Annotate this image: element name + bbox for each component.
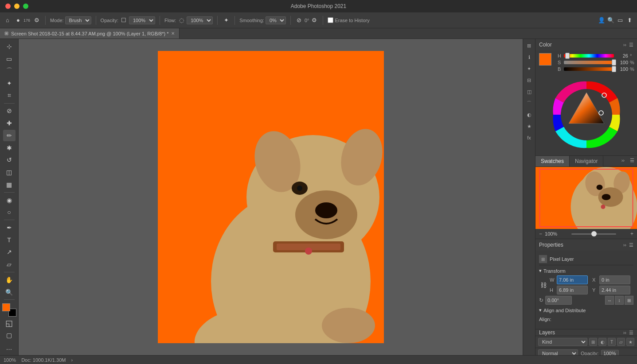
eraser-tool[interactable]: ◫ [3,167,16,178]
layers-expand-icon[interactable]: ›› [623,330,626,335]
nav-zoom-thumb[interactable] [591,231,597,236]
lasso-tool[interactable]: ⌒ [3,65,16,77]
zoom-out-icon[interactable]: − [539,231,542,237]
filter-type-icon[interactable]: T [608,338,616,346]
user-icon[interactable]: 👤 [598,16,606,24]
hue-slider[interactable] [564,54,614,58]
align-header[interactable]: ▾ Align and Distribute [539,307,633,313]
nav-zoom-slider[interactable] [571,233,616,235]
layers-strip-btn[interactable]: ⊟ [524,75,534,85]
transform-header[interactable]: ▾ Transform [539,268,633,274]
foreground-color-swatch[interactable] [2,303,10,311]
navigator-strip-btn[interactable]: ⊞ [524,41,534,50]
color-strip-btn[interactable]: ✦ [524,64,534,74]
adjustments-strip-btn[interactable]: ◐ [524,110,534,120]
maximize-button[interactable] [23,4,28,9]
smoothing-select[interactable]: 0% [266,16,286,24]
dodge-tool[interactable]: ○ [3,206,16,218]
color-wheel-container[interactable] [539,77,633,153]
window-controls[interactable] [5,4,28,9]
document-tab[interactable]: ⊞ Screen Shot 2018-02-15 at 8.44.37 AM.p… [0,28,180,39]
flow-icon[interactable]: ◌ [177,16,185,24]
prop-expand-icon[interactable]: ›› [623,242,626,248]
filter-shape-icon[interactable]: ▱ [617,338,625,346]
effects-strip-btn[interactable]: fx [524,133,534,143]
zoom-in-icon[interactable]: + [630,231,633,237]
airbrush-icon[interactable]: ✦ [222,16,230,24]
heal-tool[interactable]: ✚ [3,117,16,129]
navigator-tab[interactable]: Navigator [570,156,603,167]
extra-tools-button[interactable]: … [3,342,16,353]
workspace-icon[interactable]: ▭ [616,16,624,24]
brush-preview[interactable]: ● [14,16,22,24]
bright-slider[interactable] [564,67,614,71]
properties-strip-btn[interactable]: ℹ [524,52,534,62]
hand-tool[interactable]: ✋ [3,274,16,286]
layers-kind-select[interactable]: Kind [538,338,587,346]
path-select-tool[interactable]: ↗ [3,247,16,258]
pen-tool[interactable]: ✒ [3,222,16,233]
blur-tool[interactable]: ◉ [3,194,16,206]
erase-history-checkbox[interactable] [328,17,333,23]
share-icon[interactable]: ⬆ [625,16,633,24]
move-tool[interactable]: ⊹ [3,41,16,52]
frame-mode-button[interactable]: ▢ [3,329,16,341]
sat-slider[interactable] [564,61,614,64]
opacity-select[interactable]: 100% [129,16,155,24]
styles-strip-btn[interactable]: ★ [524,121,534,131]
filter-pixel-icon[interactable]: ⊞ [589,338,597,346]
panel-menu-icon[interactable]: ☰ [627,156,637,167]
layers-menu-icon[interactable]: ☰ [629,330,633,336]
height-input[interactable] [557,286,588,294]
opacity-icon[interactable]: ☐ [120,16,128,24]
quick-mask-button[interactable]: ◱ [3,318,16,329]
opacity-label: Opacity: [101,18,118,23]
crop-tool[interactable]: ⌗ [3,90,16,101]
doc-tab-close[interactable]: ✕ [171,31,175,36]
magic-wand-tool[interactable]: ✦ [3,77,16,89]
sat-thumb[interactable] [612,59,616,66]
swatches-tab[interactable]: Swatches [535,156,570,167]
history-brush-tool[interactable]: ↺ [3,155,16,166]
flow-select[interactable]: 100% [187,16,213,24]
layers-filter-icons: ⊞ ◐ T ▱ ★ [589,338,634,346]
width-input[interactable] [557,275,588,284]
channels-strip-btn[interactable]: ◫ [524,87,534,97]
chain-link-btn[interactable]: ⛓ [539,281,548,290]
zoom-tool[interactable]: 🔍 [3,287,16,298]
type-tool[interactable]: T [3,234,16,246]
mode-select[interactable]: Brush [65,16,91,24]
clone-stamp-tool[interactable]: ✱ [3,142,16,154]
y-input[interactable] [599,286,630,294]
canvas-area[interactable] [19,39,523,355]
color-panel-menu[interactable]: ☰ [629,42,633,48]
extra-transform-btn[interactable]: ⊞ [625,296,633,305]
panel-expand-icon[interactable]: ›› [619,156,627,167]
x-input[interactable] [599,275,630,284]
paths-strip-btn[interactable]: ⌒ [524,98,534,108]
select-rect-tool[interactable]: ▭ [3,53,16,65]
gradient-tool[interactable]: ▦ [3,179,16,190]
home-icon[interactable]: ⌂ [4,16,12,24]
minimize-button[interactable] [14,4,20,9]
angle-settings[interactable]: ⚙ [310,16,318,24]
brush-settings[interactable]: ⚙ [33,16,41,24]
close-button[interactable] [5,4,11,9]
hue-thumb[interactable] [565,53,570,59]
eyedropper-tool[interactable]: ⊘ [3,105,16,117]
shape-tool[interactable]: ▱ [3,259,16,270]
bright-thumb[interactable] [612,66,616,72]
prop-menu-icon[interactable]: ☰ [629,242,633,248]
search-icon[interactable]: 🔍 [607,16,615,24]
opacity-input[interactable] [601,350,619,355]
properties-header: Properties ›› ☰ [535,239,637,251]
flip-h-btn[interactable]: ↔ [605,296,614,305]
blend-mode-select[interactable]: Normal [538,349,578,355]
color-preview-swatch[interactable] [539,53,551,66]
rotation-input[interactable] [545,296,572,305]
brush-tool[interactable]: ✏ [3,130,16,141]
color-panel-expand[interactable]: ›› [623,42,626,47]
filter-smart-icon[interactable]: ★ [626,338,634,346]
flip-v-btn[interactable]: ↕ [615,296,624,305]
filter-adjust-icon[interactable]: ◐ [598,338,606,346]
